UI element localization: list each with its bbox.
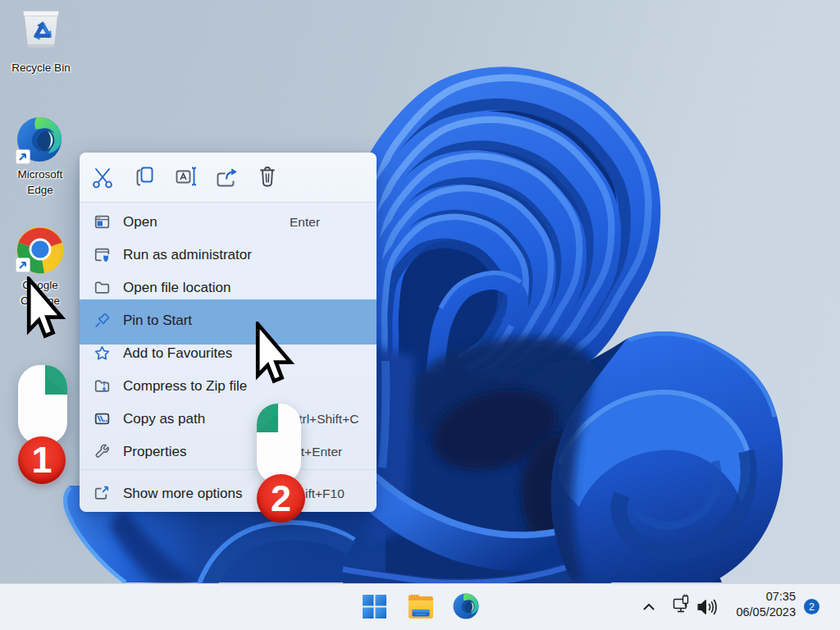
svg-text:2: 2 bbox=[809, 601, 815, 613]
